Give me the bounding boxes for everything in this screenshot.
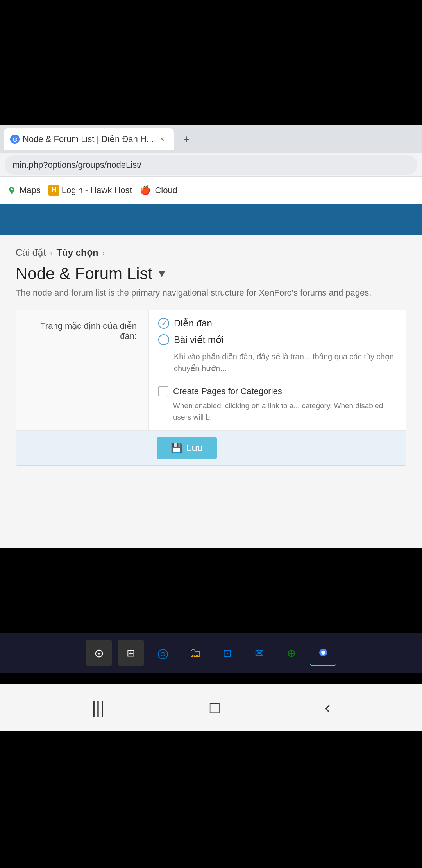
breadcrumb: Cài đặt › Tùy chọn › [16, 247, 406, 258]
admin-header-bar [0, 204, 422, 235]
taskbar-edge-icon[interactable]: ◎ [150, 640, 176, 666]
checkbox-create-pages[interactable]: Create Pages for Categories [158, 386, 397, 396]
page-description: The node and forum list is the primary n… [16, 288, 406, 298]
divider-row1 [158, 382, 397, 382]
tab-favicon: ⊙ [10, 135, 20, 144]
settings-footer: 💾 Lưu [16, 431, 406, 465]
android-nav-bar: ||| □ ‹ [0, 684, 422, 731]
hawkhost-favicon-icon: H [48, 185, 59, 196]
settings-row-default-page: Trang mặc định của diễn đàn: Diễn đàn Bà… [16, 310, 406, 431]
black-top-bar [0, 0, 422, 125]
settings-label-col-1: Trang mặc định của diễn đàn: [16, 310, 149, 430]
taskbar-multitask-icon[interactable]: ⊞ [118, 640, 144, 666]
address-input[interactable] [5, 155, 417, 175]
checkbox-box-create-pages[interactable] [158, 386, 168, 396]
maps-favicon-icon [6, 185, 17, 196]
breadcrumb-separator-1: › [50, 248, 53, 257]
main-content-area: Cài đặt › Tùy chọn › Node & Forum List ▼… [0, 235, 422, 548]
tab-title: Node & Forum List | Diễn Đàn H... [23, 134, 154, 144]
new-tab-button[interactable]: + [175, 128, 197, 150]
taskbar-mail-icon[interactable]: ✉ [246, 640, 272, 666]
icloud-favicon-icon: 🍎 [140, 185, 151, 196]
radio-description-1: Khi vào phần diễn đàn, đây sẽ là tran...… [158, 351, 397, 374]
settings-control-col-1: Diễn đàn Bài viết mới Khi vào phần diễn … [149, 310, 406, 430]
save-button[interactable]: 💾 Lưu [157, 437, 217, 459]
taskbar-store-icon[interactable]: ⊡ [214, 640, 240, 666]
breadcrumb-item-tuychon: Tùy chọn [56, 247, 98, 258]
save-label: Lưu [186, 443, 203, 454]
radio-note-text: Khi vào phần diễn đàn, đây sẽ là tran...… [174, 352, 394, 373]
browser-chrome: ⊙ Node & Forum List | Diễn Đàn H... × + … [0, 125, 422, 548]
settings-card: Trang mặc định của diễn đàn: Diễn đàn Bà… [16, 310, 406, 466]
settings-label-default-page: Trang mặc định của diễn đàn: [28, 319, 137, 341]
page-title: Node & Forum List ▼ [16, 264, 406, 283]
radio-label-dien-dan: Diễn đàn [174, 318, 212, 329]
bookmark-icloud-label: iCloud [153, 185, 177, 195]
bookmark-hawkhost[interactable]: H Login - Hawk Host [48, 185, 132, 196]
tab-close-button[interactable]: × [157, 134, 168, 145]
browser-tab[interactable]: ⊙ Node & Forum List | Diễn Đàn H... × [4, 128, 174, 150]
taskbar-chrome-icon[interactable] [310, 640, 336, 666]
checkbox-label-create-pages: Create Pages for Categories [173, 386, 282, 396]
svg-point-1 [321, 651, 325, 655]
android-back-button[interactable]: ‹ [325, 698, 330, 717]
radio-option-dien-dan[interactable]: Diễn đàn [158, 318, 397, 329]
bookmark-icloud[interactable]: 🍎 iCloud [140, 185, 177, 196]
page-title-dropdown-icon[interactable]: ▼ [156, 267, 167, 280]
taskbar-files-icon[interactable]: 🗂 [182, 640, 208, 666]
address-bar [0, 153, 422, 177]
windows-taskbar: ⊙ ⊞ ◎ 🗂 ⊡ ✉ ⊕ [0, 633, 422, 673]
bookmarks-bar: Maps H Login - Hawk Host 🍎 iCloud [0, 177, 422, 204]
bookmark-maps[interactable]: Maps [6, 185, 41, 196]
android-home-button[interactable]: □ [210, 698, 220, 717]
bookmark-hawkhost-label: Login - Hawk Host [62, 185, 132, 195]
radio-circle-bai-viet-moi [158, 334, 169, 345]
radio-option-bai-viet-moi[interactable]: Bài viết mới [158, 334, 397, 345]
radio-circle-dien-dan [158, 318, 169, 329]
taskbar-gamepass-icon[interactable]: ⊕ [278, 640, 304, 666]
radio-label-bai-viet-moi: Bài viết mới [174, 334, 224, 345]
checkbox-description-create-pages: When enabled, clicking on a link to a...… [158, 400, 397, 423]
android-menu-button[interactable]: ||| [92, 698, 105, 717]
page-title-text: Node & Forum List [16, 264, 152, 283]
breadcrumb-item-settings: Cài đặt [16, 247, 46, 258]
taskbar-search-icon[interactable]: ⊙ [86, 640, 112, 666]
save-icon: 💾 [171, 443, 182, 454]
breadcrumb-separator-2: › [102, 248, 105, 257]
bookmark-maps-label: Maps [20, 185, 41, 195]
tab-bar: ⊙ Node & Forum List | Diễn Đàn H... × + [0, 125, 422, 153]
